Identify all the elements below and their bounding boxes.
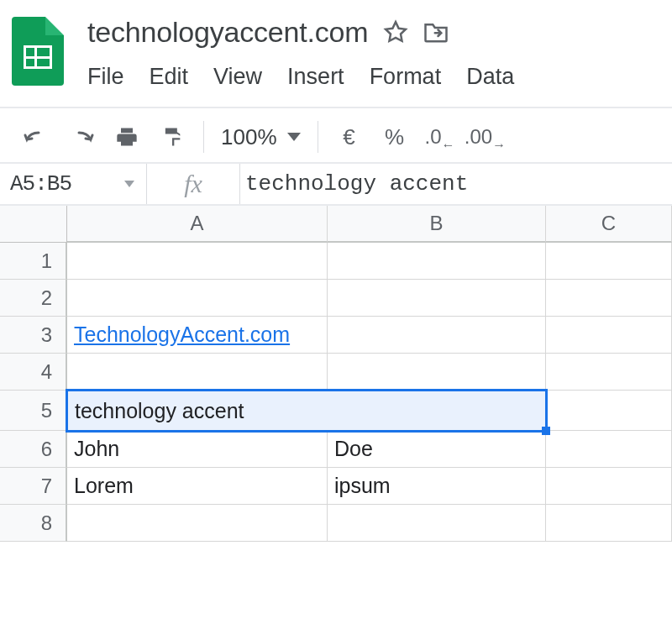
cell-link[interactable]: TechnologyAccent.com — [74, 322, 290, 347]
spreadsheet-grid: A B C 1 2 3 TechnologyAccent.com 4 5 tec… — [0, 206, 672, 542]
increase-decimal-button[interactable]: .00→ — [463, 120, 508, 154]
row-header[interactable]: 3 — [0, 317, 67, 354]
row-header[interactable]: 5 — [0, 391, 67, 431]
row-header[interactable]: 8 — [0, 505, 67, 542]
cell-c6[interactable] — [546, 431, 672, 468]
paint-format-button[interactable] — [150, 120, 195, 154]
cell-b4[interactable] — [328, 354, 546, 391]
cell-c4[interactable] — [546, 354, 672, 391]
formula-input[interactable]: technology accent — [240, 164, 672, 204]
row-header[interactable]: 7 — [0, 468, 67, 505]
menu-insert[interactable]: Insert — [287, 64, 344, 90]
column-header-b[interactable]: B — [328, 206, 546, 243]
sheets-icon — [24, 45, 52, 69]
selection-handle[interactable] — [542, 427, 550, 435]
cell-b3[interactable] — [328, 317, 546, 354]
cell-b8[interactable] — [328, 505, 546, 542]
menu-bar: File Edit View Insert Format Data — [87, 52, 660, 90]
currency-button[interactable]: € — [327, 120, 372, 154]
name-box[interactable]: A5:B5 — [0, 164, 146, 204]
cell-a8[interactable] — [67, 505, 328, 542]
cell-c2[interactable] — [546, 280, 672, 317]
cell-a2[interactable] — [67, 280, 328, 317]
row-header[interactable]: 2 — [0, 280, 67, 317]
row-header[interactable]: 6 — [0, 431, 67, 468]
divider — [203, 121, 204, 153]
menu-file[interactable]: File — [87, 64, 124, 90]
cell-b1[interactable] — [328, 243, 546, 280]
row-header[interactable]: 4 — [0, 354, 67, 391]
star-icon[interactable] — [383, 19, 408, 45]
cell-c1[interactable] — [546, 243, 672, 280]
formula-bar: A5:B5 fx technology accent — [0, 162, 672, 206]
toolbar: 100% € % .0← .00→ — [0, 107, 672, 162]
cell-b2[interactable] — [328, 280, 546, 317]
selected-range[interactable]: technology accent — [67, 391, 546, 431]
menu-format[interactable]: Format — [370, 64, 442, 90]
chevron-down-icon — [287, 133, 301, 141]
cell-a1[interactable] — [67, 243, 328, 280]
divider — [318, 121, 318, 153]
cell-c8[interactable] — [546, 505, 672, 542]
document-title[interactable]: technologyaccent.com — [87, 16, 368, 49]
column-header-c[interactable]: C — [546, 206, 672, 243]
print-button[interactable] — [104, 120, 150, 154]
menu-edit[interactable]: Edit — [150, 64, 189, 90]
cell-a6[interactable]: John — [67, 431, 328, 468]
fx-label: fx — [147, 164, 239, 204]
menu-view[interactable]: View — [213, 64, 262, 90]
zoom-select[interactable]: 100% — [213, 124, 309, 150]
decrease-decimal-button[interactable]: .0← — [417, 120, 463, 154]
cell-a3[interactable]: TechnologyAccent.com — [67, 317, 328, 354]
cell-c7[interactable] — [546, 468, 672, 505]
move-folder-icon[interactable] — [423, 21, 449, 43]
cell-b7[interactable]: ipsum — [328, 468, 546, 505]
app-logo[interactable] — [12, 12, 87, 86]
select-all-corner[interactable] — [0, 206, 67, 243]
cell-b6[interactable]: Doe — [328, 431, 546, 468]
cell-c3[interactable] — [546, 317, 672, 354]
chevron-down-icon — [124, 181, 134, 187]
name-box-value: A5:B5 — [10, 171, 71, 197]
cell-a4[interactable] — [67, 354, 328, 391]
cell-a5: technology accent — [75, 399, 244, 423]
menu-data[interactable]: Data — [466, 64, 514, 90]
column-header-a[interactable]: A — [67, 206, 328, 243]
redo-button[interactable] — [59, 120, 104, 154]
zoom-value: 100% — [221, 124, 277, 150]
cell-a7[interactable]: Lorem — [67, 468, 328, 505]
undo-button[interactable] — [13, 120, 59, 154]
row-header[interactable]: 1 — [0, 243, 67, 280]
cell-c5[interactable] — [546, 391, 672, 431]
percent-button[interactable]: % — [372, 120, 417, 154]
